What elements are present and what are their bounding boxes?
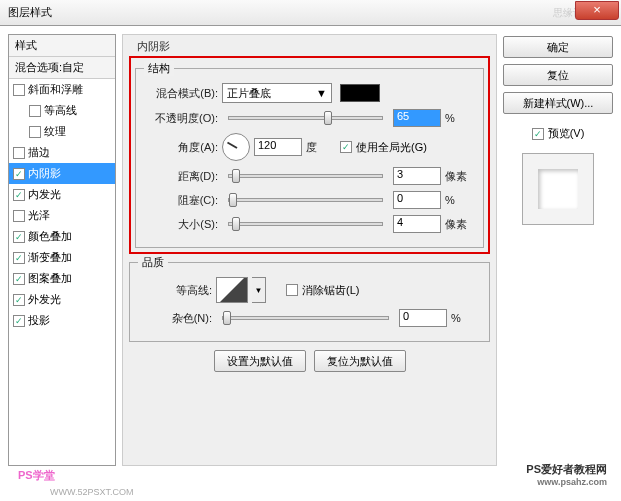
style-label: 外发光: [28, 292, 61, 307]
style-checkbox[interactable]: [13, 168, 25, 180]
blend-mode-select[interactable]: 正片叠底▼: [222, 83, 332, 103]
choke-unit: %: [445, 194, 475, 206]
styles-header: 样式: [9, 35, 115, 57]
global-light-checkbox[interactable]: [340, 141, 352, 153]
preview-checkbox[interactable]: [532, 128, 544, 140]
opacity-label: 不透明度(O):: [144, 111, 218, 126]
opacity-slider[interactable]: [228, 116, 383, 120]
style-label: 投影: [28, 313, 50, 328]
style-label: 纹理: [44, 124, 66, 139]
style-label: 光泽: [28, 208, 50, 223]
color-swatch[interactable]: [340, 84, 380, 102]
angle-unit: 度: [306, 140, 336, 155]
styles-list: 样式 混合选项:自定 斜面和浮雕等高线纹理描边内阴影内发光光泽颜色叠加渐变叠加图…: [8, 34, 116, 466]
contour-dropdown[interactable]: ▼: [252, 277, 266, 303]
antialias-label: 消除锯齿(L): [302, 283, 359, 298]
style-checkbox[interactable]: [13, 315, 25, 327]
style-item-3[interactable]: 描边: [9, 142, 115, 163]
contour-label: 等高线:: [138, 283, 212, 298]
contour-picker[interactable]: [216, 277, 248, 303]
style-label: 内阴影: [28, 166, 61, 181]
style-item-11[interactable]: 投影: [9, 310, 115, 331]
reset-default-button[interactable]: 复位为默认值: [314, 350, 406, 372]
style-checkbox[interactable]: [13, 210, 25, 222]
new-style-button[interactable]: 新建样式(W)...: [503, 92, 613, 114]
preview-label: 预览(V): [548, 126, 585, 141]
opacity-unit: %: [445, 112, 475, 124]
watermark-left: PS学堂: [18, 467, 55, 483]
noise-label: 杂色(N):: [138, 311, 212, 326]
style-checkbox[interactable]: [13, 231, 25, 243]
preview-box: [522, 153, 594, 225]
style-checkbox[interactable]: [29, 105, 41, 117]
style-item-5[interactable]: 内发光: [9, 184, 115, 205]
quality-group: 品质 等高线: ▼ 消除锯齿(L) 杂色(N): 0 %: [129, 262, 490, 342]
noise-input[interactable]: 0: [399, 309, 447, 327]
style-checkbox[interactable]: [13, 189, 25, 201]
blend-mode-label: 混合模式(B):: [144, 86, 218, 101]
style-checkbox[interactable]: [13, 147, 25, 159]
right-panel: 确定 复位 新建样式(W)... 预览(V): [503, 34, 613, 466]
style-label: 描边: [28, 145, 50, 160]
style-label: 渐变叠加: [28, 250, 72, 265]
noise-slider[interactable]: [222, 316, 389, 320]
angle-input[interactable]: 120: [254, 138, 302, 156]
opacity-input[interactable]: 65: [393, 109, 441, 127]
style-label: 图案叠加: [28, 271, 72, 286]
angle-dial[interactable]: [222, 133, 250, 161]
structure-label: 结构: [144, 61, 174, 76]
distance-label: 距离(D):: [144, 169, 218, 184]
antialias-checkbox[interactable]: [286, 284, 298, 296]
global-light-label: 使用全局光(G): [356, 140, 427, 155]
highlight-box: 结构 混合模式(B): 正片叠底▼ 不透明度(O): 65 % 角度(A): 1…: [129, 56, 490, 254]
style-checkbox[interactable]: [13, 84, 25, 96]
watermark-left-url: WWW.52PSXT.COM: [50, 487, 134, 497]
style-item-0[interactable]: 斜面和浮雕: [9, 79, 115, 100]
style-item-1[interactable]: 等高线: [9, 100, 115, 121]
angle-label: 角度(A):: [144, 140, 218, 155]
style-item-8[interactable]: 渐变叠加: [9, 247, 115, 268]
size-unit: 像素: [445, 217, 475, 232]
style-label: 颜色叠加: [28, 229, 72, 244]
size-slider[interactable]: [228, 222, 383, 226]
choke-input[interactable]: 0: [393, 191, 441, 209]
structure-group: 结构 混合模式(B): 正片叠底▼ 不透明度(O): 65 % 角度(A): 1…: [135, 68, 484, 248]
size-input[interactable]: 4: [393, 215, 441, 233]
distance-slider[interactable]: [228, 174, 383, 178]
style-label: 斜面和浮雕: [28, 82, 83, 97]
style-label: 内发光: [28, 187, 61, 202]
cancel-button[interactable]: 复位: [503, 64, 613, 86]
style-item-6[interactable]: 光泽: [9, 205, 115, 226]
distance-input[interactable]: 3: [393, 167, 441, 185]
titlebar: 图层样式 思缘设计论坛: [0, 0, 621, 26]
quality-label: 品质: [138, 255, 168, 270]
close-button[interactable]: ×: [575, 1, 619, 20]
choke-slider[interactable]: [228, 198, 383, 202]
style-checkbox[interactable]: [29, 126, 41, 138]
style-checkbox[interactable]: [13, 294, 25, 306]
noise-unit: %: [451, 312, 481, 324]
distance-unit: 像素: [445, 169, 475, 184]
center-panel: 内阴影 结构 混合模式(B): 正片叠底▼ 不透明度(O): 65 % 角度(A…: [122, 34, 497, 466]
ok-button[interactable]: 确定: [503, 36, 613, 58]
style-label: 等高线: [44, 103, 77, 118]
blend-options-header[interactable]: 混合选项:自定: [9, 57, 115, 79]
make-default-button[interactable]: 设置为默认值: [214, 350, 306, 372]
size-label: 大小(S):: [144, 217, 218, 232]
style-item-4[interactable]: 内阴影: [9, 163, 115, 184]
section-title: 内阴影: [133, 39, 494, 54]
style-item-10[interactable]: 外发光: [9, 289, 115, 310]
style-checkbox[interactable]: [13, 273, 25, 285]
style-checkbox[interactable]: [13, 252, 25, 264]
watermark-right: PS爱好者教程网 www.psahz.com: [526, 459, 607, 487]
window-title: 图层样式: [8, 5, 52, 20]
style-item-2[interactable]: 纹理: [9, 121, 115, 142]
style-item-9[interactable]: 图案叠加: [9, 268, 115, 289]
style-item-7[interactable]: 颜色叠加: [9, 226, 115, 247]
choke-label: 阻塞(C):: [144, 193, 218, 208]
